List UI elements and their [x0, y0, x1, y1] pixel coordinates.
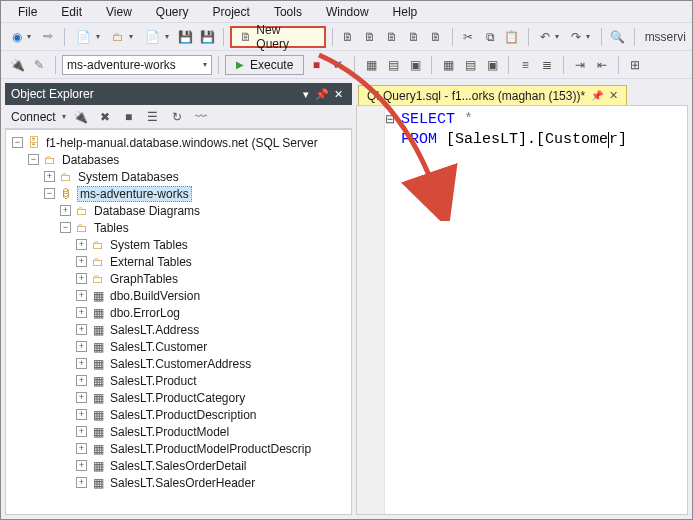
auto-hide-pin-icon[interactable]: 📌: [314, 86, 330, 102]
mdx-query-icon[interactable]: 🗎: [360, 27, 380, 47]
toolbar-sql-editor: 🔌 ✎ ms-adventure-works ▾ ▶ Execute ■ ✔ ▦…: [1, 51, 692, 79]
menubar: File Edit View Query Project Tools Windo…: [1, 1, 692, 23]
menu-window[interactable]: Window: [315, 2, 380, 22]
solution-combo-text[interactable]: msservi: [641, 30, 686, 44]
results-grid-icon[interactable]: ▦: [438, 55, 458, 75]
results-file-icon[interactable]: ▣: [482, 55, 502, 75]
new-query-button[interactable]: 🗎 New Query: [230, 26, 325, 48]
tree-system-databases[interactable]: +🗀 System Databases: [6, 168, 351, 185]
paste-icon[interactable]: 📋: [502, 27, 522, 47]
editor-code[interactable]: SELECT * FROM [SalesLT].[Customer]: [401, 110, 627, 150]
oe-filter-icon[interactable]: ☰: [144, 108, 162, 126]
oe-disconnect-icon[interactable]: ✖: [96, 108, 114, 126]
execute-label: Execute: [250, 58, 293, 72]
tree-table-customeraddress[interactable]: +▦ SalesLT.CustomerAddress: [6, 355, 351, 372]
object-explorer-tree[interactable]: −🗄 f1-help-manual.database.windows.net (…: [5, 129, 352, 515]
menu-help[interactable]: Help: [382, 2, 429, 22]
save-all-icon[interactable]: 💾: [198, 27, 218, 47]
oe-stop-icon[interactable]: ■: [120, 108, 138, 126]
toolbar-standard: ◉▾ ⮕ 📄▾ 🗀▾ 📄▾ 💾 💾 🗎 New Query 🗎 🗎 🗎 🗎 🗎 …: [1, 23, 692, 51]
menu-query[interactable]: Query: [145, 2, 200, 22]
tree-server-root[interactable]: −🗄 f1-help-manual.database.windows.net (…: [6, 134, 351, 151]
chevron-down-icon: ▾: [203, 60, 207, 69]
cut-icon[interactable]: ✂: [458, 27, 478, 47]
tree-table-productmodelproductdesc[interactable]: +▦ SalesLT.ProductModelProductDescrip: [6, 440, 351, 457]
database-combo[interactable]: ms-adventure-works ▾: [62, 55, 212, 75]
close-panel-icon[interactable]: ✕: [330, 86, 346, 102]
comment-icon[interactable]: ≡: [515, 55, 535, 75]
specify-values-icon[interactable]: ⊞: [625, 55, 645, 75]
editor-tab-active[interactable]: QLQuery1.sql - f1...orks (maghan (153))*…: [358, 85, 627, 105]
tree-database-diagrams[interactable]: +🗀 Database Diagrams: [6, 202, 351, 219]
uncomment-icon[interactable]: ≣: [537, 55, 557, 75]
add-item-dropdown[interactable]: 📄▾: [140, 27, 174, 47]
window-position-icon[interactable]: ▾: [298, 86, 314, 102]
database-combo-value: ms-adventure-works: [67, 58, 176, 72]
oe-connect-icon[interactable]: 🔌: [72, 108, 90, 126]
oe-connect-label[interactable]: Connect: [11, 110, 56, 124]
tree-table-address[interactable]: +▦ SalesLT.Address: [6, 321, 351, 338]
tree-table-salesorderdetail[interactable]: +▦ SalesLT.SalesOrderDetail: [6, 457, 351, 474]
object-explorer-titlebar: Object Explorer ▾ 📌 ✕: [5, 83, 352, 105]
editor-tabstrip: QLQuery1.sql - f1...orks (maghan (153))*…: [356, 83, 688, 105]
pin-icon[interactable]: 📌: [591, 90, 603, 101]
play-icon: ▶: [236, 59, 244, 70]
indent-icon[interactable]: ⇥: [570, 55, 590, 75]
connect-icon[interactable]: 🔌: [7, 55, 27, 75]
copy-icon[interactable]: ⧉: [480, 27, 500, 47]
query-options-icon[interactable]: ▣: [405, 55, 425, 75]
object-explorer-panel: Object Explorer ▾ 📌 ✕ Connect ▾ 🔌 ✖ ■ ☰ …: [5, 83, 352, 515]
editor-gutter: [357, 106, 385, 514]
tree-ms-adventure-works[interactable]: −🛢 ms-adventure-works: [6, 185, 351, 202]
nav-forward-icon[interactable]: ⮕: [38, 27, 58, 47]
oe-refresh-icon[interactable]: ↻: [168, 108, 186, 126]
menu-project[interactable]: Project: [202, 2, 261, 22]
object-explorer-title: Object Explorer: [11, 87, 94, 101]
editor-body[interactable]: ⊟ SELECT * FROM [SalesLT].[Customer]: [356, 105, 688, 515]
close-tab-icon[interactable]: ✕: [609, 89, 618, 102]
tree-system-tables[interactable]: +🗀 System Tables: [6, 236, 351, 253]
tree-table-productdescription[interactable]: +▦ SalesLT.ProductDescription: [6, 406, 351, 423]
tree-table-customer[interactable]: +▦ SalesLT.Customer: [6, 338, 351, 355]
editor-tab-title: QLQuery1.sql - f1...orks (maghan (153))*: [367, 89, 585, 103]
redo-dropdown[interactable]: ↷▾: [566, 27, 595, 47]
outdent-icon[interactable]: ⇤: [592, 55, 612, 75]
menu-tools[interactable]: Tools: [263, 2, 313, 22]
tree-table-buildversion[interactable]: +▦ dbo.BuildVersion: [6, 287, 351, 304]
new-query-label: New Query: [256, 23, 315, 51]
tree-databases[interactable]: −🗀 Databases: [6, 151, 351, 168]
results-text-icon[interactable]: ▤: [460, 55, 480, 75]
find-icon[interactable]: 🔍: [608, 27, 628, 47]
tree-graph-tables[interactable]: +🗀 GraphTables: [6, 270, 351, 287]
tree-table-salesorderheader[interactable]: +▦ SalesLT.SalesOrderHeader: [6, 474, 351, 491]
tree-table-productcategory[interactable]: +▦ SalesLT.ProductCategory: [6, 389, 351, 406]
parse-icon[interactable]: ✔: [328, 55, 348, 75]
xmla-query-icon[interactable]: 🗎: [404, 27, 424, 47]
tree-table-errorlog[interactable]: +▦ dbo.ErrorLog: [6, 304, 351, 321]
menu-view[interactable]: View: [95, 2, 143, 22]
menu-edit[interactable]: Edit: [50, 2, 93, 22]
de-query-icon[interactable]: 🗎: [339, 27, 359, 47]
tree-external-tables[interactable]: +🗀 External Tables: [6, 253, 351, 270]
tree-tables[interactable]: −🗀 Tables: [6, 219, 351, 236]
include-plan-icon[interactable]: ▤: [383, 55, 403, 75]
dax-query-icon[interactable]: 🗎: [426, 27, 446, 47]
query-editor-panel: QLQuery1.sql - f1...orks (maghan (153))*…: [356, 83, 688, 515]
nav-back-dropdown[interactable]: ◉▾: [7, 27, 36, 47]
undo-dropdown[interactable]: ↶▾: [535, 27, 564, 47]
new-project-dropdown[interactable]: 📄▾: [71, 27, 105, 47]
collapse-region-icon[interactable]: ⊟: [385, 112, 397, 124]
new-query-icon: 🗎: [240, 30, 252, 44]
menu-file[interactable]: File: [7, 2, 48, 22]
tree-table-product[interactable]: +▦ SalesLT.Product: [6, 372, 351, 389]
dmx-query-icon[interactable]: 🗎: [382, 27, 402, 47]
change-connection-icon[interactable]: ✎: [29, 55, 49, 75]
tree-table-productmodel[interactable]: +▦ SalesLT.ProductModel: [6, 423, 351, 440]
open-project-dropdown[interactable]: 🗀▾: [107, 27, 138, 47]
object-explorer-toolbar: Connect ▾ 🔌 ✖ ■ ☰ ↻ 〰: [5, 105, 352, 129]
oe-activity-icon[interactable]: 〰: [192, 108, 210, 126]
display-plan-icon[interactable]: ▦: [361, 55, 381, 75]
execute-button[interactable]: ▶ Execute: [225, 55, 304, 75]
stop-icon[interactable]: ■: [306, 55, 326, 75]
save-icon[interactable]: 💾: [176, 27, 196, 47]
